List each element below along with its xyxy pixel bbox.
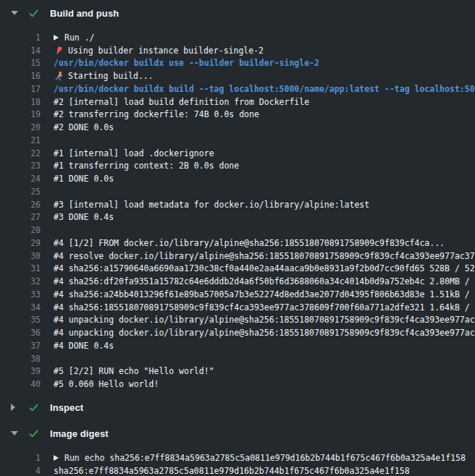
run-group-toggle-icon[interactable]	[54, 455, 59, 461]
line-text: /usr/bin/docker buildx build --tag local…	[54, 84, 475, 94]
line-number[interactable]: 26	[0, 200, 41, 210]
line-content: #1 [internal] load .dockerignore	[54, 148, 214, 158]
log-line: 29 #4 [1/2] FROM docker.io/library/alpin…	[0, 237, 475, 250]
workflow-step: Inspect	[0, 394, 475, 420]
line-content: #4 sha256:185518070891758909c9f839cf4ca3…	[54, 302, 475, 313]
line-number[interactable]: 20	[0, 122, 41, 132]
line-text: #4 DONE 0.4s	[54, 341, 114, 351]
line-number[interactable]: 35	[0, 315, 41, 325]
log-line: 28	[0, 224, 475, 237]
log-line: 33 #4 sha256:a24bb4013296f61e89ba57005a7…	[0, 288, 475, 301]
line-number[interactable]: 18	[0, 97, 41, 107]
line-number[interactable]: 23	[0, 161, 41, 171]
line-text: /usr/bin/docker buildx use --builder bui…	[54, 58, 319, 68]
step-expander-icon	[11, 11, 18, 15]
line-number[interactable]: 15	[0, 58, 41, 68]
line-content: #4 sha256:a24bb4013296f61e89ba57005a7b3e…	[54, 289, 475, 299]
line-content: #1 DONE 0.0s	[54, 174, 114, 184]
line-number[interactable]: 31	[0, 263, 41, 273]
line-number[interactable]: 27	[0, 212, 41, 222]
step-log-body: 1 Run ./ 14 Using builder instance build…	[0, 26, 475, 394]
line-number[interactable]: 30	[0, 251, 41, 261]
log-line: 26 #3 [internal] load metadata for docke…	[0, 198, 475, 211]
step-name: Image digest	[50, 428, 109, 439]
line-text: #4 sha256:df20fa9351a15782c64e6dddb2d4a6…	[54, 276, 475, 286]
log-line: 37 #4 DONE 0.4s	[0, 339, 475, 352]
log-line: 14 Using builder instance builder-single…	[0, 44, 475, 57]
line-number[interactable]: 4	[0, 466, 41, 476]
line-content: #5 [2/2] RUN echo "Hello world!"	[54, 366, 214, 376]
line-number[interactable]: 22	[0, 148, 41, 158]
line-number[interactable]: 34	[0, 302, 41, 313]
line-number[interactable]: 1	[0, 33, 41, 43]
line-number[interactable]: 39	[0, 366, 41, 376]
line-content: Run echo sha256:e7ff8834a5963a2785c5a081…	[54, 453, 466, 463]
line-number[interactable]: 38	[0, 354, 41, 364]
log-line: 27 #3 DONE 0.4s	[0, 211, 475, 224]
step-log-body: 1 Run echo sha256:e7ff8834a5963a2785c5a0…	[0, 446, 475, 476]
log-line: 31 #4 sha256:a15790640a6690aa1730c38cf0a…	[0, 263, 475, 276]
line-content: #4 sha256:df20fa9351a15782c64e6dddb2d4a6…	[54, 276, 475, 286]
step-header-build-and-push[interactable]: Build and push	[0, 0, 475, 26]
log-line: 30 #4 resolve docker.io/library/alpine@s…	[0, 250, 475, 263]
line-number[interactable]: 36	[0, 328, 41, 338]
line-number[interactable]: 40	[0, 379, 41, 389]
line-number[interactable]: 21	[0, 135, 41, 145]
log-line: 39 #5 [2/2] RUN echo "Hello world!"	[0, 365, 475, 378]
line-text: #4 sha256:a15790640a6690aa1730c38cf0a440…	[54, 263, 475, 273]
pushpin-icon	[54, 46, 64, 56]
line-text: #4 unpacking docker.io/library/alpine@sh…	[54, 315, 475, 325]
workflow-step: Image digest 1 Run echo sha256:e7ff8834a…	[0, 420, 475, 476]
step-name: Inspect	[50, 402, 83, 413]
line-content: #4 DONE 0.4s	[54, 341, 114, 351]
line-content: #4 unpacking docker.io/library/alpine@sh…	[54, 328, 475, 338]
line-text: #3 DONE 0.4s	[54, 212, 114, 222]
step-header-image-digest[interactable]: Image digest	[0, 420, 475, 446]
line-number[interactable]: 32	[0, 276, 41, 286]
line-text: #4 sha256:a24bb4013296f61e89ba57005a7b3e…	[54, 289, 475, 299]
line-number[interactable]: 25	[0, 187, 41, 197]
line-number[interactable]: 28	[0, 225, 41, 235]
log-line: 1 Run ./	[0, 31, 475, 44]
line-number[interactable]: 33	[0, 289, 41, 299]
line-number[interactable]: 1	[0, 453, 41, 463]
line-text: Run ./	[64, 33, 95, 43]
line-number[interactable]: 14	[0, 46, 41, 56]
line-content: Starting build...	[54, 71, 154, 81]
log-line: 24 #1 DONE 0.0s	[0, 172, 475, 185]
line-text: #1 DONE 0.0s	[54, 174, 114, 184]
log-line: 21	[0, 134, 475, 147]
step-header-inspect[interactable]: Inspect	[0, 394, 475, 420]
log-line: 1 Run echo sha256:e7ff8834a5963a2785c5a0…	[0, 451, 475, 464]
line-content: #4 resolve docker.io/library/alpine@sha2…	[54, 251, 475, 261]
line-number[interactable]: 16	[0, 71, 41, 81]
line-number[interactable]: 19	[0, 109, 41, 119]
log-line: 38	[0, 352, 475, 365]
line-content: #2 transferring dockerfile: 74B 0.0s don…	[54, 109, 259, 119]
line-number[interactable]: 17	[0, 84, 41, 94]
run-group-toggle-icon[interactable]	[54, 35, 59, 41]
line-text: #2 DONE 0.0s	[54, 122, 114, 132]
log-line: 23 #1 transferring context: 2B 0.0s done	[0, 160, 475, 173]
line-text: Using builder instance builder-single-2	[68, 46, 264, 56]
line-content: #3 DONE 0.4s	[54, 212, 114, 222]
line-content: Using builder instance builder-single-2	[54, 46, 264, 56]
line-number[interactable]: 37	[0, 341, 41, 351]
log-line: 22 #1 [internal] load .dockerignore	[0, 147, 475, 160]
line-number[interactable]: 29	[0, 238, 41, 248]
log-line: 32 #4 sha256:df20fa9351a15782c64e6dddb2d…	[0, 275, 475, 288]
line-content: /usr/bin/docker buildx build --tag local…	[54, 84, 475, 94]
line-content: #2 DONE 0.0s	[54, 122, 114, 132]
line-number[interactable]: 24	[0, 174, 41, 184]
step-success-check-icon	[28, 7, 40, 20]
line-content: #1 transferring context: 2B 0.0s done	[54, 161, 239, 171]
line-content: #4 sha256:a15790640a6690aa1730c38cf0a440…	[54, 263, 475, 273]
step-name: Build and push	[50, 8, 119, 19]
line-text: Starting build...	[68, 71, 154, 81]
line-text: #4 sha256:185518070891758909c9f839cf4ca3…	[54, 302, 475, 313]
log-line: 25	[0, 185, 475, 198]
line-text: #2 [internal] load build definition from…	[54, 97, 309, 107]
log-line: 20 #2 DONE 0.0s	[0, 121, 475, 134]
step-expander-icon	[11, 431, 18, 435]
line-text: #1 transferring context: 2B 0.0s done	[54, 161, 239, 171]
